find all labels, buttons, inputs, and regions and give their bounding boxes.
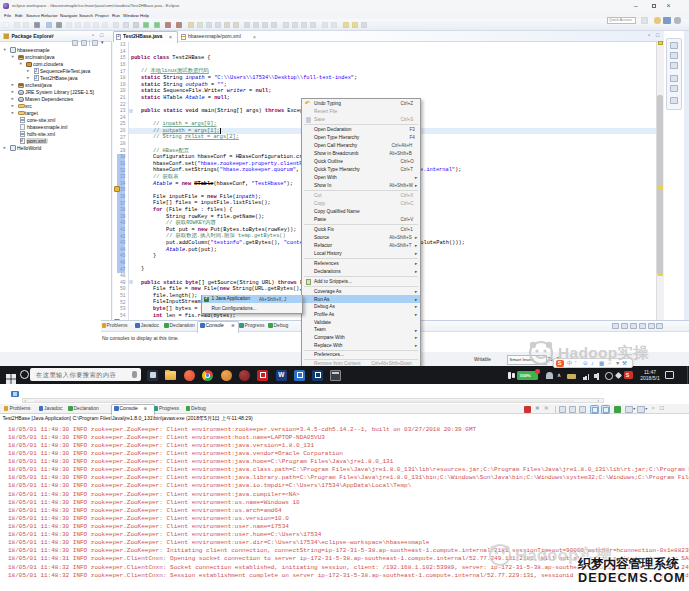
svg-text:Hadoop实操: Hadoop实操 xyxy=(558,344,649,361)
